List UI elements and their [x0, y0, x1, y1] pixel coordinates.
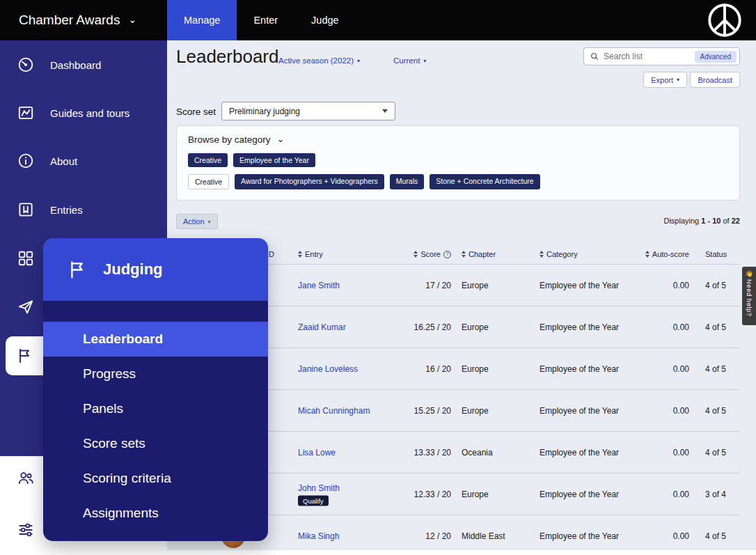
category-value: Employee of the Year — [540, 281, 619, 290]
column-header-auto-score[interactable]: Auto-score — [615, 250, 689, 258]
category-value: Employee of the Year — [540, 322, 619, 332]
entry-link[interactable]: Micah Cunningham — [298, 406, 370, 416]
tab-manage[interactable]: Manage — [167, 0, 237, 40]
flyout-item-score-sets[interactable]: Score sets — [43, 426, 268, 461]
search-input[interactable] — [604, 52, 691, 61]
tab-enter[interactable]: Enter — [237, 0, 294, 40]
auto-score-value: 0.00 — [615, 490, 689, 499]
column-header-score[interactable]: Score ? — [399, 250, 451, 258]
season-selector-label: Active season (2022) — [278, 56, 354, 65]
flyout-item-panels[interactable]: Panels — [43, 391, 268, 426]
chapter-value: Europe — [462, 364, 489, 374]
round-selector[interactable]: Current ▾ — [393, 56, 426, 65]
category-chip[interactable]: Murals — [390, 174, 425, 189]
flyout-item-assignments[interactable]: Assignments — [43, 496, 268, 531]
entry-link[interactable]: Lisa Lowe — [298, 448, 336, 458]
season-selector[interactable]: Active season (2022) ▾ — [278, 56, 360, 65]
flyout-header[interactable]: Judging — [43, 238, 268, 301]
sort-icon — [645, 251, 649, 258]
category-chip[interactable]: Creative — [188, 174, 229, 189]
sidebar-item-about[interactable]: About — [0, 143, 167, 179]
guides-map-icon — [17, 104, 35, 122]
qualify-tag: Qualify — [298, 495, 329, 506]
score-set-select[interactable]: Preliminary judging — [221, 102, 395, 120]
score-info-icon[interactable]: ? — [443, 251, 451, 258]
score-value: 12.33 / 20 — [399, 490, 451, 499]
action-button[interactable]: Action ▾ — [176, 214, 218, 229]
chevron-down-icon: ⌄ — [277, 134, 285, 144]
category-chip[interactable]: Stone + Concrete Architecture — [430, 174, 540, 189]
category-chip-row: Creative Award for Photographers + Video… — [188, 174, 540, 189]
users-icon[interactable] — [17, 469, 35, 487]
sort-icon — [414, 251, 418, 258]
brand-label: Chamber Awards — [19, 13, 120, 28]
grid-apps-icon[interactable] — [17, 249, 35, 267]
flyout-title: Judging — [103, 260, 163, 279]
category-value: Employee of the Year — [540, 406, 619, 416]
export-button[interactable]: Export ▾ — [643, 72, 687, 88]
send-icon[interactable] — [17, 298, 35, 316]
status-value: 4 of 5 — [705, 448, 726, 458]
score-value: 17 / 20 — [399, 281, 451, 290]
bottom-strip — [0, 550, 756, 555]
entry-link[interactable]: Jane Smith — [298, 281, 340, 290]
brand-menu[interactable]: Chamber Awards ⌄ — [0, 0, 167, 40]
sidebar-item-label: Dashboard — [50, 59, 101, 71]
sidebar-item-guides[interactable]: Guides and tours — [0, 95, 167, 131]
sidebar-item-dashboard[interactable]: Dashboard — [0, 47, 167, 83]
category-chip[interactable]: Creative — [188, 153, 228, 167]
column-header-status: Status — [705, 250, 727, 258]
category-chip[interactable]: Employee of the Year — [233, 153, 315, 167]
need-help-tab[interactable]: 👋 Need help? — [742, 267, 756, 325]
auto-score-value: 0.00 — [615, 322, 689, 332]
category-chip[interactable]: Award for Photographers + Videographers — [235, 174, 384, 189]
entry-link[interactable]: Zaaid Kumar — [298, 322, 346, 332]
language-globe-icon[interactable] — [704, 0, 756, 40]
chapter-value: Middle East — [462, 531, 505, 541]
score-set-label: Score set — [176, 107, 216, 117]
flyout-item-leaderboard[interactable]: Leaderboard — [43, 322, 268, 357]
status-value: 4 of 5 — [705, 281, 726, 290]
settings-sliders-icon[interactable] — [17, 521, 35, 539]
column-header-category[interactable]: Category — [540, 250, 578, 258]
caret-down-icon: ▾ — [208, 219, 211, 225]
wave-emoji-icon: 👋 — [745, 270, 753, 277]
column-header-entry[interactable]: Entry — [298, 250, 323, 258]
status-value: 4 of 5 — [705, 531, 726, 541]
entry-link[interactable]: John Smith — [298, 483, 340, 492]
tab-judge[interactable]: Judge — [294, 0, 356, 40]
browse-title-label: Browse by category — [188, 134, 271, 145]
flyout-item-progress[interactable]: Progress — [43, 357, 268, 391]
page-title: Leaderboard — [176, 46, 278, 68]
status-value: 4 of 5 — [705, 322, 726, 332]
entry-link[interactable]: Mika Singh — [298, 531, 339, 541]
browse-by-category-toggle[interactable]: Browse by category ⌄ — [188, 134, 284, 145]
entries-icon — [17, 201, 35, 219]
status-value: 4 of 5 — [705, 406, 726, 416]
flyout-item-scoring-criteria[interactable]: Scoring criteria — [43, 461, 268, 496]
topbar: Chamber Awards ⌄ Manage Enter Judge — [0, 0, 756, 40]
caret-down-icon: ▾ — [423, 58, 426, 64]
chapter-value: Europe — [462, 322, 489, 332]
score-value: 13.33 / 20 — [399, 448, 451, 458]
entry-link[interactable]: Janine Loveless — [298, 364, 358, 374]
score-value: 12 / 20 — [399, 531, 451, 541]
chapter-value: Europe — [462, 281, 489, 290]
sidebar-item-label: Entries — [50, 204, 83, 216]
advanced-search-button[interactable]: Advanced — [695, 51, 737, 63]
chapter-value: Europe — [462, 490, 489, 499]
category-value: Employee of the Year — [540, 448, 619, 458]
auto-score-value: 0.00 — [615, 406, 689, 416]
score-set-value: Preliminary judging — [229, 107, 300, 116]
sidebar-item-entries[interactable]: Entries — [0, 191, 167, 228]
broadcast-button[interactable]: Broadcast — [690, 72, 740, 88]
column-header-chapter[interactable]: Chapter — [462, 250, 496, 258]
sort-icon — [298, 251, 302, 258]
sort-icon — [540, 251, 544, 258]
need-help-label: Need help? — [746, 279, 753, 317]
sidebar-item-judging[interactable] — [6, 336, 43, 375]
auto-score-value: 0.00 — [615, 448, 689, 458]
sidebar-item-label: About — [50, 155, 77, 167]
flyout-menu: Leaderboard Progress Panels Score sets S… — [43, 301, 268, 541]
browse-by-category-panel: Browse by category ⌄ Creative Employee o… — [176, 125, 740, 201]
